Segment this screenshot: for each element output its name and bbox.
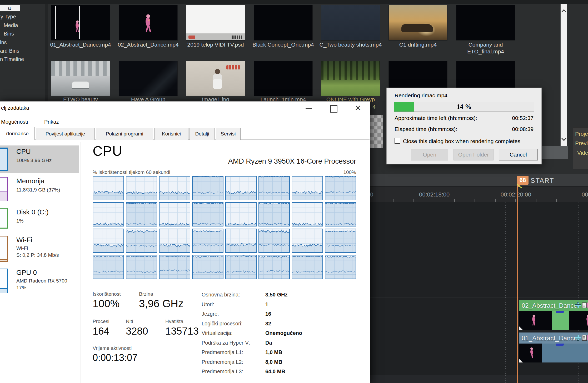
sidebar-item-line: 100% 3,96 GHz — [16, 158, 52, 163]
panel-menu-item[interactable]: y Type — [1, 14, 16, 20]
sidebar-item-gpu0[interactable]: GPU 0 AMD Radeon RX 5700 17% — [0, 266, 79, 296]
tab-korisnici[interactable]: Korisnici — [154, 128, 188, 140]
ruler-timecode: 00:02:20:00 — [501, 191, 531, 198]
panel-menu-item-selected[interactable]: a — [0, 5, 20, 11]
cpu-core-chart-7 — [325, 176, 356, 200]
stat-label: Procesi — [93, 319, 109, 324]
tab-povijest-aplikacije[interactable]: Povijest aplikacije — [36, 128, 95, 140]
close-when-done-checkbox[interactable] — [395, 138, 400, 144]
sidebar-item-memorija[interactable]: Memorija 11,8/31,9 GB (37%) — [0, 175, 79, 204]
media-tile-launch-1min[interactable] — [254, 61, 312, 96]
detail-label: Jezgre: — [202, 311, 219, 317]
close-icon: ✕ — [355, 104, 361, 112]
timeline-clip-01-frames[interactable] — [519, 344, 588, 362]
detail-label: Predmemorija L3: — [202, 369, 243, 375]
timeline-clip-02-abstract-dance[interactable]: 02_Abstract_Dance — [519, 300, 588, 311]
ruler-timecode: 0 — [370, 191, 373, 198]
media-tile-c-two-beauty-shots[interactable] — [321, 5, 380, 40]
grid-dotted-line — [424, 203, 424, 383]
cpu-core-chart-2 — [159, 176, 190, 200]
dancer-thumbnail-graphic — [143, 10, 153, 37]
minimize-button[interactable] — [297, 102, 320, 115]
media-tile-image1[interactable] — [186, 61, 245, 96]
cpu-core-chart-23 — [325, 229, 356, 253]
scroll-up-icon[interactable] — [561, 9, 566, 14]
cancel-button[interactable]: Cancel — [499, 149, 538, 160]
tab-performanse[interactable]: rformanse — [0, 127, 35, 140]
panel-menu-item[interactable]: Bins — [4, 31, 14, 37]
scroll-down-icon[interactable] — [561, 136, 566, 141]
cpu-core-chart-13 — [258, 202, 290, 226]
timeline-clip-02-frames[interactable] — [519, 311, 588, 330]
maximize-button[interactable] — [322, 102, 345, 115]
cpu-panel-heading: CPU — [93, 143, 122, 159]
media-tile-transparent-sliver[interactable] — [370, 115, 383, 148]
media-tile-online-with-greyp[interactable] — [321, 61, 380, 96]
detail-label: Osnovna brzina: — [202, 292, 240, 298]
panel-menu-item[interactable]: ins — [0, 39, 7, 46]
window-title: elj zadataka — [1, 105, 29, 111]
menu-prikaz[interactable]: Prikaz — [44, 119, 59, 125]
cpu-core-chart-22 — [292, 229, 323, 253]
sidebar-item-title: Memorija — [16, 177, 44, 185]
open-folder-button[interactable]: Open Folder — [454, 149, 494, 160]
preview-tooltip: Proje Previe Video — [573, 127, 588, 169]
cpu-core-grid — [93, 176, 358, 279]
clip-fx-badge-icon — [582, 303, 587, 308]
timeline-clip-01-abstract-dance[interactable]: 01_Abstract_Dance — [519, 332, 588, 344]
clip-badge-partial-icon — [587, 302, 588, 308]
sidebar-item-disk0[interactable]: Disk 0 (C:) 1% — [0, 206, 79, 231]
close-when-done-label: Close this dialog box when rendering com… — [403, 138, 520, 144]
cpu-core-chart-4 — [225, 176, 257, 200]
cpu-core-chart-10 — [159, 202, 190, 226]
media-tile-c1-drifting[interactable] — [389, 5, 447, 40]
ruler-timecode: 00:02:18:00 — [419, 191, 450, 198]
media-caption: 02_Abstract_Dance.mp4 — [116, 42, 180, 48]
tab-detalji[interactable]: Detalji — [190, 128, 215, 140]
media-caption: 01_Abstract_Dance.mp4 — [49, 42, 112, 48]
cpu-core-chart-17 — [126, 229, 157, 253]
cpu-core-chart-20 — [225, 229, 257, 253]
media-caption: Company and — [454, 42, 517, 48]
tab-polazni-programi[interactable]: Polazni programi — [96, 128, 153, 140]
render-progress-percent: 14 % — [394, 102, 534, 112]
media-tile-2019-telop[interactable] — [186, 5, 245, 40]
media-tile-etwo-beauty[interactable] — [51, 61, 110, 96]
stat-label: Iskorištenost — [93, 291, 121, 297]
panel-menu-item[interactable]: Media — [4, 22, 18, 28]
menu-bar: Mogućnosti Prikaz — [0, 117, 370, 127]
cpu-core-chart-5 — [258, 176, 290, 200]
panel-menu-item[interactable]: n Timeline — [0, 56, 24, 62]
sidebar-item-cpu[interactable]: CPU 100% 3,96 GHz — [0, 145, 79, 173]
tooltip-line: Proje — [575, 131, 588, 137]
uptime-value: 0:00:13:07 — [93, 352, 137, 363]
media-tile-company-eto-final[interactable] — [456, 5, 515, 40]
memory-mini-chart — [0, 177, 8, 201]
gpu-mini-chart — [0, 269, 8, 293]
panel-menu-item[interactable]: ard Bins — [0, 48, 19, 54]
maximize-icon — [330, 105, 337, 113]
timeline-ruler[interactable]: 0 00:02:18:00 00:02:20:00 00:0 — [370, 186, 588, 203]
media-tile-have-a-group[interactable] — [119, 61, 177, 96]
sidebar-item-wifi[interactable]: Wi-Fi Wi-Fi S: 0,2 P: 34,8 Mb/s — [0, 234, 79, 264]
detail-value: Onemogućeno — [265, 330, 302, 336]
cpu-usage-value: 100% — [93, 298, 119, 310]
timeline-playhead[interactable] — [517, 188, 518, 383]
menu-mogucnosti[interactable]: Mogućnosti — [1, 119, 28, 125]
panel-edge-bar — [542, 146, 568, 159]
open-button[interactable]: Open — [411, 149, 448, 160]
detail-value: 1,0 MB — [265, 349, 282, 355]
media-scrollbar[interactable] — [560, 4, 567, 146]
tab-servisi[interactable]: Servisi — [216, 128, 241, 140]
cpu-core-chart-6 — [292, 176, 323, 200]
close-button[interactable]: ✕ — [346, 102, 370, 115]
timeline-marker-68[interactable]: 68 — [517, 176, 529, 185]
media-tile-02-abstract-dance[interactable] — [119, 5, 177, 40]
media-tile-black-concept-one[interactable] — [254, 5, 312, 40]
stat-label: Vrijeme aktivnosti — [93, 345, 132, 351]
cpu-core-chart-30 — [292, 255, 323, 279]
media-tile-01-abstract-dance[interactable] — [51, 5, 110, 40]
clip-in-marker — [519, 359, 523, 362]
detail-value: 3,50 GHz — [265, 292, 287, 298]
sidebar-item-title: Wi-Fi — [16, 236, 32, 244]
